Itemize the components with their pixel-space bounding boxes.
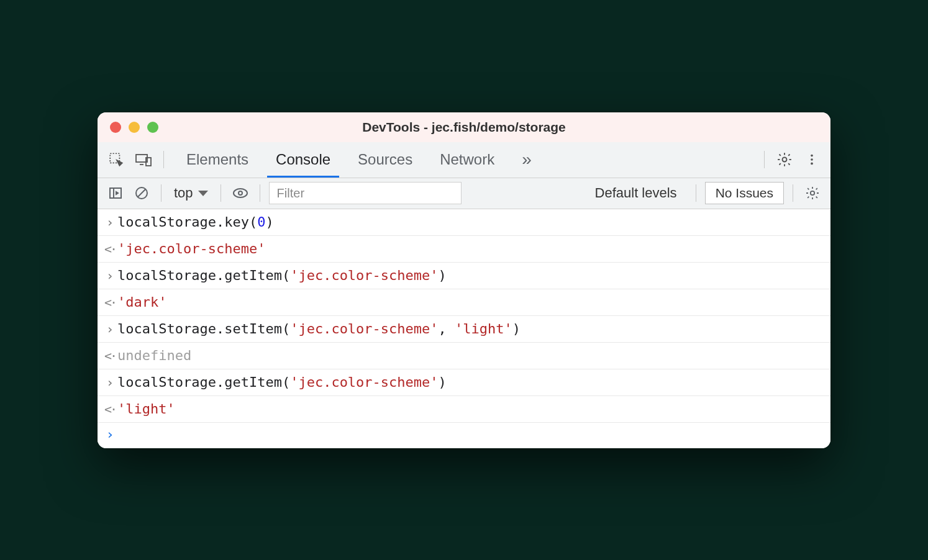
- more-options-icon[interactable]: [801, 148, 823, 171]
- console-toolbar: top Default levels No Issues: [98, 178, 830, 209]
- chevron-left-icon: <·: [102, 400, 117, 418]
- console-input-entry: ›localStorage.setItem('jec.color-scheme'…: [98, 316, 830, 343]
- svg-point-14: [811, 191, 814, 195]
- levels-label: Default levels: [595, 185, 677, 201]
- more-tabs-button[interactable]: »: [513, 150, 540, 169]
- chevron-right-icon: ›: [102, 373, 117, 392]
- svg-point-7: [811, 163, 813, 165]
- window-title: DevTools - jec.fish/demo/storage: [107, 120, 821, 135]
- console-settings-icon[interactable]: [802, 183, 823, 204]
- console-entry-content: 'dark': [117, 293, 823, 312]
- filter-input[interactable]: [269, 182, 462, 204]
- divider: [260, 184, 260, 202]
- svg-point-4: [783, 158, 787, 162]
- console-prompt[interactable]: ›: [98, 423, 830, 448]
- divider: [793, 184, 793, 202]
- live-expression-icon[interactable]: [230, 183, 251, 204]
- tab-network[interactable]: Network: [426, 142, 508, 178]
- console-entry-content: 'jec.color-scheme': [117, 240, 823, 258]
- toggle-sidebar-icon[interactable]: [105, 183, 126, 204]
- chevron-down-icon: [198, 191, 208, 196]
- log-levels-select[interactable]: Default levels: [590, 185, 687, 201]
- divider: [161, 184, 161, 202]
- console-entry-content: localStorage.setItem('jec.color-scheme',…: [117, 320, 823, 338]
- divider: [221, 184, 221, 202]
- console-input-entry: ›localStorage.getItem('jec.color-scheme'…: [98, 263, 830, 289]
- devtools-tabstrip: Elements Console Sources Network »: [98, 142, 830, 178]
- chevron-left-icon: <·: [102, 346, 117, 365]
- inspect-element-icon[interactable]: [105, 148, 127, 171]
- maximize-window-button[interactable]: [147, 122, 158, 133]
- issues-button[interactable]: No Issues: [705, 182, 784, 204]
- console-entry-content: undefined: [117, 346, 823, 365]
- svg-point-5: [811, 155, 813, 157]
- traffic-lights: [110, 122, 158, 133]
- console-entry-content: localStorage.getItem('jec.color-scheme'): [117, 373, 823, 392]
- chevron-right-icon: ›: [102, 320, 117, 338]
- chevron-left-icon: <·: [102, 240, 117, 258]
- console-input-entry: ›localStorage.key(0): [98, 209, 830, 236]
- chevron-right-icon: ›: [102, 427, 117, 442]
- titlebar: DevTools - jec.fish/demo/storage: [98, 112, 830, 142]
- minimize-window-button[interactable]: [129, 122, 140, 133]
- execution-context-select[interactable]: top: [170, 185, 212, 201]
- svg-point-13: [239, 191, 242, 195]
- device-toolbar-icon[interactable]: [132, 148, 155, 171]
- tab-elements[interactable]: Elements: [173, 142, 262, 178]
- console-output-entry: <·undefined: [98, 343, 830, 369]
- console-output-entry: <·'light': [98, 396, 830, 423]
- chevron-right-icon: ›: [102, 213, 117, 232]
- divider: [696, 184, 696, 202]
- chevron-right-icon: ›: [102, 266, 117, 285]
- console-body[interactable]: ›localStorage.key(0)<·'jec.color-scheme'…: [98, 209, 830, 448]
- settings-icon[interactable]: [773, 148, 796, 171]
- chevron-left-icon: <·: [102, 293, 117, 312]
- clear-console-icon[interactable]: [131, 183, 152, 204]
- context-label: top: [174, 185, 193, 201]
- console-output-entry: <·'jec.color-scheme': [98, 236, 830, 263]
- devtools-window: DevTools - jec.fish/demo/storage Element…: [98, 112, 830, 448]
- tab-sources[interactable]: Sources: [344, 142, 426, 178]
- svg-point-6: [811, 158, 813, 161]
- divider: [764, 151, 765, 168]
- console-output-entry: <·'dark': [98, 289, 830, 316]
- console-input-entry: ›localStorage.getItem('jec.color-scheme'…: [98, 369, 830, 396]
- console-entry-content: localStorage.getItem('jec.color-scheme'): [117, 266, 823, 285]
- svg-line-11: [138, 189, 145, 197]
- divider: [163, 151, 164, 168]
- tab-console[interactable]: Console: [262, 142, 344, 178]
- console-entry-content: localStorage.key(0): [117, 213, 823, 232]
- close-window-button[interactable]: [110, 122, 121, 133]
- svg-point-12: [234, 189, 247, 197]
- panel-tabs: Elements Console Sources Network: [173, 142, 508, 178]
- console-entry-content: 'light': [117, 400, 823, 418]
